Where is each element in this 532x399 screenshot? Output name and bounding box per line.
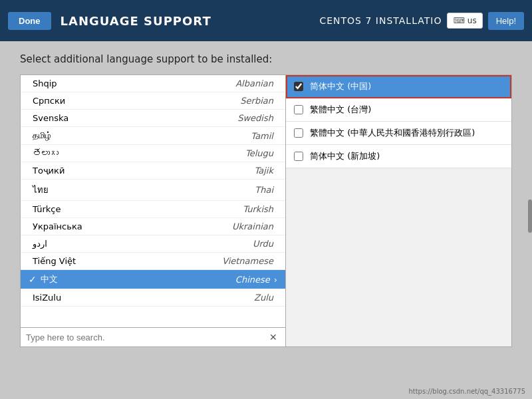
list-item[interactable]: 繁體中文 (台灣) xyxy=(286,98,511,122)
list-item[interactable]: தமிழ்Tamil xyxy=(21,127,285,145)
lang-native-label: IsiZulu xyxy=(33,293,153,303)
chevron-right-icon: › xyxy=(274,275,277,285)
installation-title: CENTOS 7 INSTALLATIO xyxy=(319,15,442,26)
variant-label: 简体中文 (新加坡) xyxy=(310,150,380,162)
variant-label: 繁體中文 (台灣) xyxy=(310,104,371,116)
lang-native-label: Svenska xyxy=(33,113,153,123)
content-subtitle: Select additional language support to be… xyxy=(20,53,512,65)
list-item[interactable]: 简体中文 (新加坡) xyxy=(286,145,511,168)
list-item[interactable]: 简体中文 (中国) xyxy=(286,75,511,98)
search-clear-button[interactable]: ✕ xyxy=(267,332,280,342)
panels: ShqipAlbanian СрпскиSerbian SvenskaSwedi… xyxy=(20,74,512,347)
search-input[interactable] xyxy=(26,332,267,342)
lang-native-label: தமிழ் xyxy=(33,130,153,141)
scrollbar-indicator xyxy=(528,200,532,233)
left-panel: ShqipAlbanian СрпскиSerbian SvenskaSwedi… xyxy=(20,74,286,347)
done-button[interactable]: Done xyxy=(8,12,51,30)
lang-native-label: Shqip xyxy=(33,78,153,88)
list-item[interactable]: 繁體中文 (中華人民共和國香港特別行政區) xyxy=(286,122,511,145)
search-box-container: ✕ xyxy=(20,328,286,347)
list-item[interactable]: اردوUrdu xyxy=(21,235,285,253)
lang-native-label: ไทย xyxy=(33,183,153,197)
lang-english-label: Serbian xyxy=(153,96,273,106)
lang-english-label: Tamil xyxy=(153,131,273,141)
lang-english-label: Swedish xyxy=(153,113,273,123)
list-item[interactable]: УкраїнськаUkrainian xyxy=(21,218,285,235)
lang-english-label: Albanian xyxy=(153,78,273,88)
header-right: CENTOS 7 INSTALLATIO ⌨ us Help! xyxy=(319,12,524,30)
list-item[interactable]: ✓中文Chinese› xyxy=(21,270,285,289)
lang-native-label: 中文 xyxy=(41,273,156,285)
header: Done LANGUAGE SUPPORT CENTOS 7 INSTALLAT… xyxy=(0,0,532,41)
variant-checkbox[interactable] xyxy=(294,152,303,161)
list-item[interactable]: ShqipAlbanian xyxy=(21,75,285,92)
check-mark-icon: ✓ xyxy=(29,274,37,285)
lang-native-label: اردو xyxy=(33,239,153,249)
lang-native-label: తెలుగు xyxy=(33,148,153,158)
variant-label: 简体中文 (中国) xyxy=(310,80,371,92)
list-item[interactable]: ไทยThai xyxy=(21,180,285,201)
variant-label: 繁體中文 (中華人民共和國香港特別行政區) xyxy=(310,127,475,139)
variant-checkbox[interactable] xyxy=(294,105,303,114)
lang-english-label: Chinese xyxy=(155,275,270,285)
lang-english-label: Urdu xyxy=(153,239,273,249)
keyboard-label: us xyxy=(467,16,477,25)
lang-english-label: Ukrainian xyxy=(153,221,273,231)
list-item[interactable]: Tiếng ViệtVietnamese xyxy=(21,253,285,270)
lang-native-label: Српски xyxy=(33,96,153,106)
lang-english-label: Tajik xyxy=(153,166,273,176)
list-item[interactable]: СрпскиSerbian xyxy=(21,92,285,110)
list-item[interactable]: TürkçeTurkish xyxy=(21,201,285,218)
lang-native-label: Tiếng Việt xyxy=(33,256,153,266)
lang-native-label: Українська xyxy=(33,221,153,231)
right-panel[interactable]: 简体中文 (中国)繁體中文 (台灣)繁體中文 (中華人民共和國香港特別行政區)简… xyxy=(286,74,512,347)
content-area: Select additional language support to be… xyxy=(0,41,532,354)
header-left: Done LANGUAGE SUPPORT xyxy=(8,12,211,30)
help-button[interactable]: Help! xyxy=(488,12,524,30)
list-item[interactable]: తెలుగుTelugu xyxy=(21,145,285,162)
lang-english-label: Telugu xyxy=(153,148,273,158)
lang-english-label: Turkish xyxy=(153,204,273,214)
lang-english-label: Vietnamese xyxy=(153,256,273,266)
lang-english-label: Thai xyxy=(153,185,273,195)
list-item[interactable]: IsiZuluZulu xyxy=(21,289,285,307)
lang-native-label: Тоҷикӣ xyxy=(33,166,153,176)
lang-native-label: Türkçe xyxy=(33,204,153,214)
watermark: https://blog.csdn.net/qq_43316775 xyxy=(408,388,525,395)
list-item[interactable]: SvenskaSwedish xyxy=(21,110,285,127)
keyboard-icon: ⌨ xyxy=(453,16,464,25)
variant-checkbox[interactable] xyxy=(294,128,303,138)
keyboard-indicator[interactable]: ⌨ us xyxy=(447,13,482,29)
language-list[interactable]: ShqipAlbanian СрпскиSerbian SvenskaSwedi… xyxy=(20,74,286,328)
lang-english-label: Zulu xyxy=(153,293,273,303)
list-item[interactable]: ТоҷикӣTajik xyxy=(21,162,285,180)
variant-checkbox[interactable] xyxy=(294,82,303,91)
page-title: LANGUAGE SUPPORT xyxy=(61,14,211,28)
